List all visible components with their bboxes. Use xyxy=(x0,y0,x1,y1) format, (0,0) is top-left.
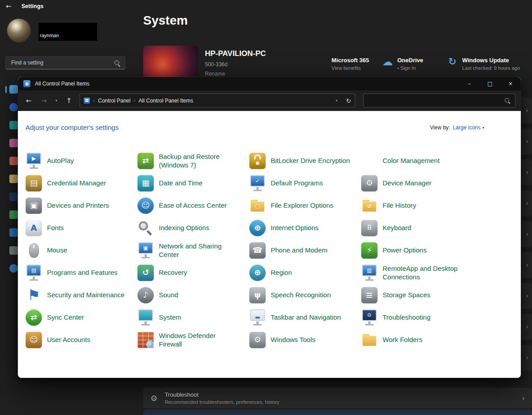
sidebar-item-personalization-icon[interactable] xyxy=(9,139,18,147)
control-panel-item-label[interactable]: Sync Center xyxy=(47,313,84,322)
control-panel-item[interactable]: System xyxy=(137,306,249,329)
avatar[interactable] xyxy=(7,19,30,42)
control-panel-item[interactable]: ▂ Taskbar and Navigation xyxy=(249,306,361,329)
forward-button[interactable]: → xyxy=(38,94,50,107)
control-panel-searchbox[interactable] xyxy=(363,94,515,107)
control-panel-item[interactable]: ≡ Storage Spaces xyxy=(361,284,473,306)
onedrive-link[interactable]: ☁ OneDrive • Sign In xyxy=(383,57,423,71)
control-panel-item-label[interactable]: Ease of Access Center xyxy=(159,201,227,210)
quick-subtitle[interactable]: View benefits xyxy=(332,65,369,71)
control-panel-item-label[interactable]: Work Folders xyxy=(383,335,422,344)
control-panel-item[interactable]: ▤ Credential Manager xyxy=(26,172,137,194)
control-panel-item[interactable]: ☎ Phone and Modem xyxy=(249,239,361,261)
control-panel-item-label[interactable]: Fonts xyxy=(47,223,64,232)
find-setting-searchbox[interactable]: Find a setting xyxy=(5,56,125,69)
sidebar-item-windows-update-icon[interactable] xyxy=(9,264,18,273)
maximize-button[interactable]: □ xyxy=(480,77,500,90)
control-panel-item-label[interactable]: Backup and Restore (Windows 7) xyxy=(159,152,220,170)
control-panel-item-label[interactable]: Phone and Modem xyxy=(271,246,328,255)
address-bar[interactable]: ▦ › Control Panel › All Control Panel It… xyxy=(80,94,355,107)
control-panel-item-label[interactable]: Windows Defender Firewall xyxy=(159,331,216,349)
control-panel-item-label[interactable]: Internet Options xyxy=(271,223,319,232)
control-panel-item[interactable]: ↺ File History xyxy=(361,194,473,217)
control-panel-item-label[interactable]: Sound xyxy=(159,291,178,299)
control-panel-item[interactable]: ⚑ Security and Maintenance xyxy=(26,284,137,306)
address-dropdown-icon[interactable]: ▾ xyxy=(336,98,337,103)
control-panel-item-label[interactable]: Recovery xyxy=(159,268,187,277)
control-panel-item-label[interactable]: Security and Maintenance xyxy=(47,291,124,299)
control-panel-item-label[interactable]: Region xyxy=(271,268,292,277)
rename-link[interactable]: Rename xyxy=(205,71,225,77)
control-panel-item-label[interactable]: Mouse xyxy=(47,246,67,255)
control-panel-item-label[interactable]: Storage Spaces xyxy=(383,291,430,299)
control-panel-item[interactable]: ▣ Network and Sharing Center xyxy=(137,239,249,261)
sidebar-item-accounts-icon[interactable] xyxy=(9,175,18,183)
control-panel-item[interactable]: Indexing Options xyxy=(137,217,249,239)
refresh-icon[interactable]: ↻ xyxy=(346,97,351,104)
control-panel-item-label[interactable]: File History xyxy=(383,201,416,210)
settings-back-icon[interactable]: ← xyxy=(6,2,12,10)
microsoft365-link[interactable]: Microsoft 365 View benefits xyxy=(317,57,369,71)
sidebar-item-apps-icon[interactable] xyxy=(9,157,18,165)
control-panel-item[interactable]: ▣ Devices and Printers xyxy=(26,194,137,217)
up-button[interactable]: ↑ xyxy=(63,94,75,107)
control-panel-item[interactable]: ✓ Default Programs xyxy=(249,172,361,194)
minimize-button[interactable]: – xyxy=(459,77,480,90)
control-panel-item[interactable]: Windows Defender Firewall xyxy=(137,329,249,351)
control-panel-item[interactable]: ↺ Recovery xyxy=(137,261,249,284)
breadcrumb-chevron-icon[interactable]: › xyxy=(134,98,136,103)
control-panel-item-label[interactable]: AutoPlay xyxy=(47,156,74,165)
control-panel-item-label[interactable]: System xyxy=(159,313,181,322)
windows-update-link[interactable]: ↻ Windows Update Last checked: 9 hours a… xyxy=(447,57,520,71)
titlebar[interactable]: ▦ All Control Panel Items – □ × xyxy=(18,77,521,90)
sidebar-item-network-internet-icon[interactable] xyxy=(9,121,18,129)
control-panel-item-label[interactable]: Power Options xyxy=(383,246,426,255)
control-panel-item-label[interactable]: Date and Time xyxy=(159,179,203,188)
control-panel-item[interactable]: ▤ Programs and Features xyxy=(26,261,137,284)
troubleshoot-row[interactable]: ⚙ Troubleshoot Recommended troubleshoote… xyxy=(143,388,532,408)
sidebar-item-bluetooth-devices-icon[interactable] xyxy=(9,103,18,111)
sidebar-item-privacy-security-icon[interactable] xyxy=(9,246,18,255)
breadcrumb-chevron-icon[interactable]: › xyxy=(93,98,95,103)
control-panel-item-label[interactable]: Indexing Options xyxy=(159,223,209,232)
sidebar-item-accessibility-icon[interactable] xyxy=(9,228,18,237)
control-panel-item[interactable]: Work Folders xyxy=(361,329,473,351)
control-panel-item-label[interactable]: BitLocker Drive Encryption xyxy=(271,156,350,165)
control-panel-item[interactable]: ⠿ Keyboard xyxy=(361,217,473,239)
control-panel-item[interactable]: ▥ RemoteApp and Desktop Connections xyxy=(361,261,473,284)
view-by-dropdown[interactable]: Large icons ▾ xyxy=(453,124,484,131)
control-panel-item-label[interactable]: Programs and Features xyxy=(47,268,118,277)
control-panel-item[interactable]: ▦ Date and Time xyxy=(137,172,249,194)
control-panel-item-label[interactable]: File Explorer Options xyxy=(271,201,333,210)
control-panel-item[interactable]: ⚙ Troubleshooting xyxy=(361,306,473,329)
control-panel-item-label[interactable]: Keyboard xyxy=(383,223,411,232)
control-panel-item-label[interactable]: RemoteApp and Desktop Connections xyxy=(383,264,458,282)
breadcrumb-all-items[interactable]: All Control Panel Items xyxy=(139,98,193,104)
sidebar-item-system-icon[interactable] xyxy=(9,85,18,94)
control-panel-item[interactable]: Mouse xyxy=(26,239,137,261)
control-panel-item-label[interactable]: Speech Recognition xyxy=(271,291,331,299)
control-panel-item-label[interactable]: User Accounts xyxy=(47,335,90,344)
control-panel-item-label[interactable]: Color Management xyxy=(383,156,440,165)
control-panel-item[interactable]: ☺ Ease of Access Center xyxy=(137,194,249,217)
control-panel-item-label[interactable]: Devices and Printers xyxy=(47,201,109,210)
control-panel-item[interactable]: ☺ User Accounts xyxy=(26,329,137,351)
history-dropdown-icon[interactable]: ▾ xyxy=(53,94,60,107)
control-panel-item[interactable]: ψ Speech Recognition xyxy=(249,284,361,306)
control-panel-item[interactable]: ⇄ Backup and Restore (Windows 7) xyxy=(137,150,249,172)
back-button[interactable]: ← xyxy=(22,94,35,107)
sidebar-item-gaming-icon[interactable] xyxy=(9,210,18,219)
control-panel-item[interactable]: ▶ AutoPlay xyxy=(26,150,137,172)
control-panel-item-label[interactable]: Credential Manager xyxy=(47,179,106,188)
control-panel-item[interactable]: A Fonts xyxy=(26,217,137,239)
control-panel-item[interactable]: ⚡ Power Options xyxy=(361,239,473,261)
control-panel-item-label[interactable]: Windows Tools xyxy=(271,335,315,344)
control-panel-item[interactable]: BitLocker Drive Encryption xyxy=(249,150,361,172)
control-panel-item[interactable]: ⚙ Device Manager xyxy=(361,172,473,194)
close-button[interactable]: × xyxy=(500,77,521,90)
control-panel-item[interactable]: ♪ Sound xyxy=(137,284,249,306)
sidebar-item-time-language-icon[interactable] xyxy=(9,193,18,201)
control-panel-item-label[interactable]: Device Manager xyxy=(383,179,431,188)
control-panel-item[interactable]: ⇄ Sync Center xyxy=(26,306,137,329)
control-panel-item[interactable]: ⊕ Internet Options xyxy=(249,217,361,239)
